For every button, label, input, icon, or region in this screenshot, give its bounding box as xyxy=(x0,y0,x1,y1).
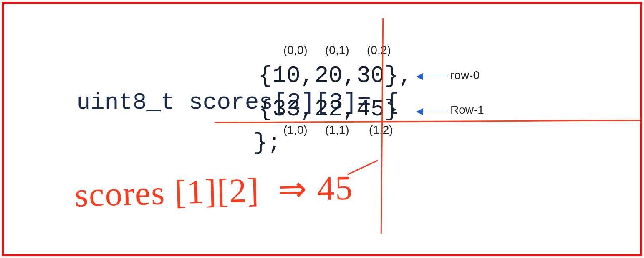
index-0-0: (0,0) xyxy=(283,43,308,57)
arrow-row1-head: ◀ xyxy=(416,106,423,117)
arrow-row0-head: ◀ xyxy=(416,71,423,82)
index-1-2: (1,2) xyxy=(369,123,393,137)
arrow-row1-line xyxy=(419,111,448,111)
diagram-frame: uint8_t scores[2][3]= { {10,20,30}, {33,… xyxy=(2,2,642,256)
code-row-1: {33,22,45} xyxy=(258,96,399,123)
code-row-0: {10,20,30}, xyxy=(258,62,413,89)
index-1-0: (1,0) xyxy=(283,123,308,137)
row-label-0: row-0 xyxy=(450,69,480,82)
arrow-row0-line xyxy=(419,76,448,76)
index-0-1: (0,1) xyxy=(325,43,349,57)
handwritten-expression: scores [1][2] ⇒ 45 xyxy=(74,167,354,215)
index-1-1: (1,1) xyxy=(325,123,349,137)
code-closer: }; xyxy=(253,129,281,156)
index-0-2: (0,2) xyxy=(367,43,391,57)
row-label-1: Row-1 xyxy=(450,103,484,117)
